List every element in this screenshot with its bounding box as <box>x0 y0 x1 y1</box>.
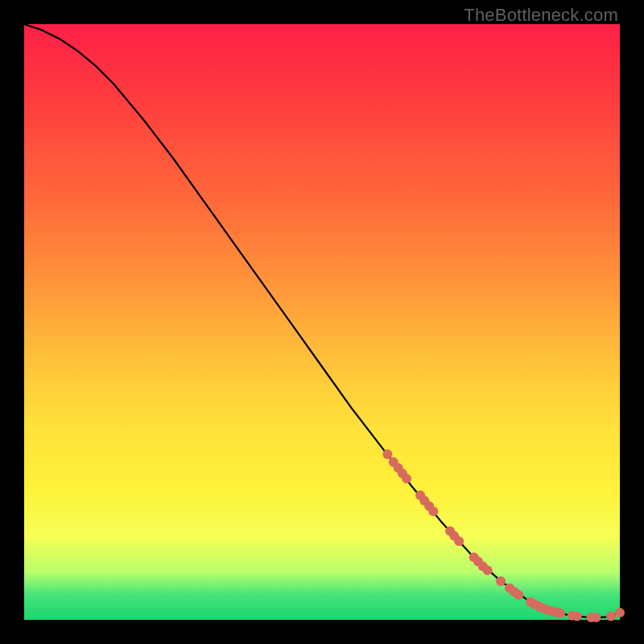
chart-svg <box>24 24 620 620</box>
data-marker <box>382 449 392 459</box>
data-marker <box>514 590 523 600</box>
data-marker <box>615 608 625 617</box>
data-marker <box>428 506 438 516</box>
curve-line <box>24 24 620 617</box>
data-marker <box>496 576 506 586</box>
plot-area <box>24 24 620 620</box>
chart-frame: TheBottleneck.com <box>0 0 644 644</box>
watermark-text: TheBottleneck.com <box>464 5 618 26</box>
marker-group <box>382 449 625 622</box>
data-marker <box>591 613 601 622</box>
data-marker <box>606 612 616 621</box>
data-marker <box>483 566 493 576</box>
data-marker <box>454 536 464 546</box>
data-marker <box>402 474 411 484</box>
data-marker <box>555 609 565 618</box>
data-marker <box>572 612 582 621</box>
